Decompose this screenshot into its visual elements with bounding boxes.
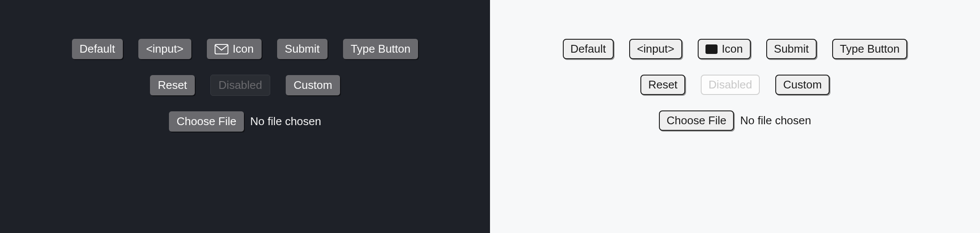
type-button-label: Type Button (351, 42, 411, 56)
light-theme-panel: Default <input> Icon Submit Type Button … (490, 0, 980, 233)
no-file-chosen-label: No file chosen (740, 114, 811, 127)
light-row-1: Default <input> Icon Submit Type Button (563, 39, 908, 59)
type-button[interactable]: Type Button (343, 39, 418, 59)
dark-row-2: Reset Disabled Custom (150, 75, 340, 96)
svg-rect-0 (215, 44, 228, 54)
reset-button-label: Reset (158, 79, 187, 92)
input-button[interactable]: <input> (138, 39, 191, 59)
icon-button-label: Icon (233, 42, 254, 56)
default-button-label: Default (571, 42, 606, 56)
icon-button-label: Icon (722, 42, 743, 56)
submit-button-label: Submit (285, 42, 320, 56)
light-row-2: Reset Disabled Custom (640, 75, 830, 95)
square-icon (705, 44, 718, 54)
type-button-label: Type Button (840, 42, 900, 56)
custom-button-label: Custom (293, 79, 332, 92)
submit-button[interactable]: Submit (766, 39, 817, 59)
reset-button-label: Reset (648, 78, 677, 91)
dark-row-1: Default <input> Icon Submit Type Button (72, 39, 418, 59)
icon-button[interactable]: Icon (698, 39, 751, 59)
choose-file-button-label: Choose File (177, 115, 237, 128)
reset-button[interactable]: Reset (640, 75, 685, 95)
default-button-label: Default (80, 42, 115, 56)
disabled-button-label: Disabled (218, 79, 262, 92)
choose-file-button-label: Choose File (667, 114, 727, 127)
choose-file-button[interactable]: Choose File (169, 111, 244, 132)
disabled-button: Disabled (701, 75, 760, 95)
custom-button[interactable]: Custom (286, 75, 340, 95)
choose-file-button[interactable]: Choose File (659, 110, 734, 131)
disabled-button-label: Disabled (708, 78, 752, 91)
default-button[interactable]: Default (72, 39, 123, 59)
input-button-label: <input> (146, 42, 184, 56)
input-button[interactable]: <input> (629, 39, 682, 59)
disabled-button: Disabled (210, 75, 270, 96)
type-button[interactable]: Type Button (832, 39, 908, 59)
custom-button[interactable]: Custom (775, 75, 830, 95)
dark-theme-panel: Default <input> Icon Submit Type Button … (0, 0, 490, 233)
default-button[interactable]: Default (563, 39, 614, 59)
custom-button-label: Custom (783, 78, 822, 91)
light-row-3: Choose File No file chosen (659, 110, 811, 131)
input-button-label: <input> (637, 42, 674, 56)
dark-row-3: Choose File No file chosen (169, 111, 321, 132)
submit-button[interactable]: Submit (277, 39, 328, 59)
reset-button[interactable]: Reset (150, 75, 195, 95)
mail-icon (215, 44, 228, 54)
submit-button-label: Submit (774, 42, 809, 56)
no-file-chosen-label: No file chosen (250, 115, 321, 128)
icon-button[interactable]: Icon (207, 39, 262, 59)
